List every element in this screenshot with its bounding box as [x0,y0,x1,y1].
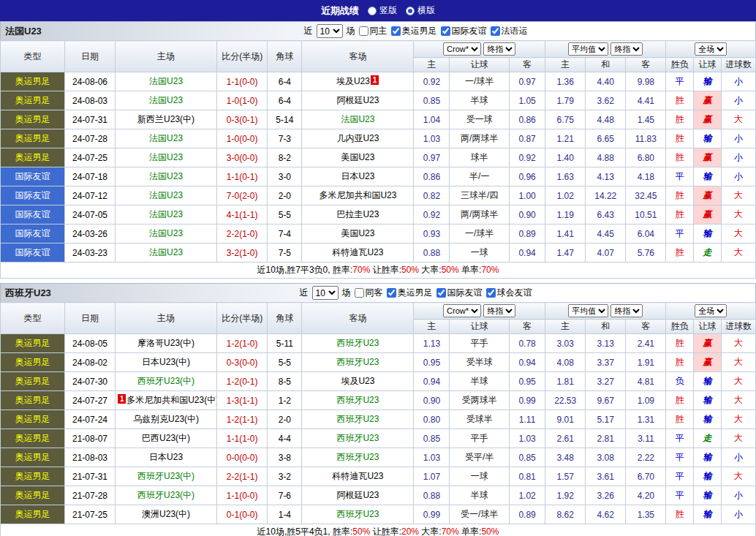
competition-filter-0-option[interactable]: 奥运男足 [387,287,433,299]
average-odds-select[interactable]: 平均值 [568,304,608,317]
away-team: 多米尼加共和国U23 [302,186,414,205]
match-count-select[interactable]: 10 [312,286,339,300]
avg-home-odds: 1.36 [545,72,586,91]
competition-filter-2-checkbox[interactable] [486,288,496,298]
home-team: 乌兹别克U23(中) [116,410,217,429]
vertical-layout-option[interactable]: 竖版 [368,4,397,17]
competition-type: 国际友谊 [1,186,65,205]
competition-filter-0-checkbox[interactable] [387,288,396,298]
over-under: 小 [721,448,755,467]
competition-filter-1-checkbox[interactable] [436,288,446,298]
competition-filter-1-option[interactable]: 国际友谊 [436,287,483,299]
handicap-result: 输 [694,372,722,391]
avg-draw-odds: 2.81 [586,429,626,448]
match-row: 奥运男足 24-08-03 法国U23 1-0(1-0) 6-4 阿根廷U23 … [1,91,756,110]
handicap-home-odds: 0.88 [414,486,450,505]
avg-draw-odds: 14.22 [586,186,626,205]
summary-value: 50% [481,526,499,536]
match-scope-select[interactable]: 全场 [695,42,727,56]
win-draw-loss: 负 [666,372,694,391]
bookmaker-select[interactable]: Crow* [443,42,481,56]
odds-stage-select[interactable]: 终指 [483,304,515,317]
avg-odds-stage-select[interactable]: 终指 [611,42,643,56]
avg-home-odds: 1.41 [545,224,586,244]
competition-filter-2-checkbox[interactable] [491,26,500,36]
same-venue-option[interactable]: 同客 [355,287,383,299]
avg-home-odds: 3.03 [545,334,586,353]
match-scope-select[interactable]: 全场 [695,304,727,317]
win-draw-loss: 平 [666,429,694,448]
competition-filter-0-label: 奥运男足 [402,25,437,37]
over-under: 大 [721,391,755,410]
same-venue-checkbox[interactable] [355,288,364,298]
horizontal-layout-option[interactable]: 横版 [406,4,435,17]
away-team: 法国U23 [302,110,414,129]
avg-away-odds: 1.31 [626,410,666,429]
handicap-away-odds: 0.89 [510,505,545,524]
bookmaker-select[interactable]: Crow* [443,304,481,317]
competition-filter-1-checkbox[interactable] [441,26,450,36]
summary-line: 近10场,胜5平4负1, 胜率:50% 让胜率:20% 大率:70% 单率:50… [1,524,756,536]
home-team: 1多米尼加共和国U23(中) [116,391,217,410]
competition-filter-1-option[interactable]: 国际友谊 [441,25,487,37]
handicap-away-odds: 0.96 [510,167,545,186]
vertical-layout-label: 竖版 [379,4,397,17]
handicap-away-odds: 0.90 [510,205,545,224]
handicap-away-odds: 0.87 [510,129,545,148]
match-row: 奥运男足 24-08-05 摩洛哥U23(中) 1-2(1-0) 5-11 西班… [1,334,756,353]
score: 4-1(1-1) [217,205,268,224]
competition-filter-2-option[interactable]: 法语运 [491,25,528,37]
win-draw-loss: 胜 [666,129,694,148]
avg-odds-stage-select[interactable]: 终指 [611,304,643,317]
handicap-line: 两/两球半 [450,205,510,224]
handicap-line: 受一球 [450,110,510,129]
match-date: 21-08-03 [64,448,115,467]
over-under: 小 [721,129,755,148]
team-name-text: 乌兹别克U23(中) [133,414,199,424]
matches-table: 类型 日期 主场 比分(半场) 角球 客场 Crow* 终指 平均值 终指 全场 [0,302,756,536]
handicap-line: 球半 [450,148,510,167]
handicap-result: 赢 [694,353,722,372]
match-date: 21-07-25 [64,505,115,524]
handicap-result: 赢 [694,334,722,353]
team-name-text: 法国U23 [149,171,183,181]
summary-label: 近10场,胜5平4负1, 胜率: [257,526,353,536]
over-under: 大 [721,353,755,372]
summary-label: 近10场,胜7平3负0, 胜率: [257,265,353,275]
same-venue-option[interactable]: 同主 [359,25,388,37]
win-draw-loss: 平 [666,72,694,91]
match-row: 奥运男足 21-08-07 巴西U23(中) 1-1(1-0) 4-4 西班牙U… [1,429,756,448]
over-under: 小 [721,167,755,186]
competition-type: 奥运男足 [1,448,65,467]
same-venue-checkbox[interactable] [359,26,368,36]
competition-type: 奥运男足 [1,110,65,129]
average-odds-select[interactable]: 平均值 [568,42,608,56]
avg-home-odds: 1.57 [545,467,586,486]
competition-filter-0-option[interactable]: 奥运男足 [391,25,437,37]
team-name-text: 法国U23 [149,228,183,238]
match-count-select[interactable]: 10 [317,24,343,38]
avg-home-odds: 1.92 [545,486,586,505]
win-draw-loss: 胜 [666,186,694,205]
competition-filter-2-label: 球会友谊 [497,287,532,299]
col-hcp-away: 客 [510,58,545,72]
summary-label: 大率: [419,265,442,275]
win-draw-loss: 胜 [666,353,694,372]
handicap-odds-group: Crow* 终指 [414,303,545,320]
vertical-layout-radio[interactable] [368,7,377,15]
home-team: 法国U23 [116,72,217,91]
win-draw-loss: 平 [666,167,694,186]
over-under: 大 [721,110,755,129]
handicap-away-odds: 1.02 [510,486,545,505]
away-team: 西班牙U23 [302,505,414,524]
score: 7-0(2-0) [217,186,268,205]
odds-stage-select[interactable]: 终指 [483,42,515,56]
win-draw-loss: 平 [666,224,694,244]
match-date: 24-08-06 [64,72,115,91]
competition-filter-0-checkbox[interactable] [391,26,401,36]
competition-filter-2-option[interactable]: 球会友谊 [486,287,532,299]
handicap-away-odds: 1.03 [510,429,545,448]
avg-draw-odds: 5.17 [586,410,626,429]
over-under: 大 [721,410,755,429]
horizontal-layout-radio[interactable] [406,7,415,15]
